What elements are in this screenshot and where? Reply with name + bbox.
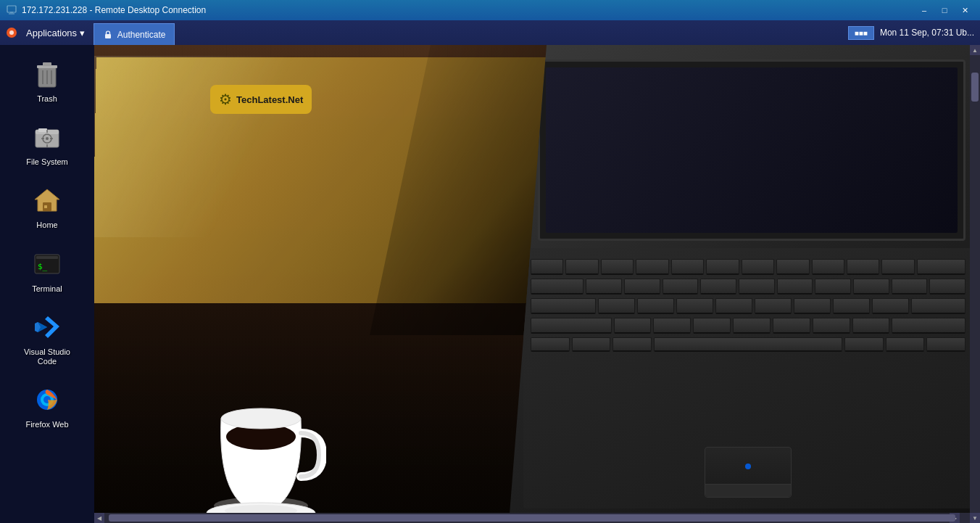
keyboard-row-space [531,337,966,352]
vscode-icon-desktop[interactable]: Visual Studio Code [11,305,83,371]
filesystem-icon-desktop[interactable]: File System [11,115,83,171]
svg-text:$_: $_ [38,262,48,271]
lock-icon [103,30,113,40]
maximize-button[interactable]: □ [935,3,954,17]
scroll-thumb[interactable] [971,73,979,102]
scroll-track [970,55,980,513]
terminal-label: Terminal [32,284,62,294]
minimize-button[interactable]: – [915,3,934,17]
trash-icon-img [30,57,65,91]
svg-rect-8 [43,62,51,66]
sidebar: Trash File System [0,45,94,523]
home-label: Home [36,221,57,230]
rdp-icon [6,4,17,16]
svg-point-16 [46,137,49,140]
firefox-icon-img [30,382,65,417]
title-bar-controls: – □ ✕ [915,3,974,17]
touchpad [705,447,792,498]
taskbar-right: ■■■ Mon 11 Sep, 07:31 Ub... [848,26,974,40]
home-icon-desktop[interactable]: Home [11,178,83,234]
keyboard-rows [523,248,973,363]
title-bar-left: 172.172.231.228 - Remote Desktop Connect… [6,4,206,16]
taskbar-small-button[interactable]: ■■■ [848,26,874,40]
svg-rect-5 [105,34,111,38]
techlatest-logo: ⚙ TechLatest.Net [210,85,312,114]
keyboard-row-3 [531,298,966,314]
scroll-left-arrow[interactable]: ◀ [94,513,104,523]
main-area: Trash File System [0,45,980,523]
screen-content [546,67,958,233]
coffee-cup-area [196,361,326,523]
gear-icon: ⚙ [219,91,232,108]
applications-menu-button[interactable]: Applications ▾ [20,25,91,41]
svg-rect-25 [36,256,58,259]
scroll-down-arrow[interactable]: ▼ [970,513,980,523]
keyboard-area [523,248,973,508]
keyboard-row-4 [531,318,966,334]
authenticate-tab[interactable]: Authenticate [94,23,175,45]
wallpaper: ⚙ TechLatest.Net [94,45,980,523]
scrollbar-bottom[interactable]: ◀ ▶ [94,513,970,523]
home-icon-img [30,183,65,218]
title-bar: 172.172.231.228 - Remote Desktop Connect… [0,0,980,20]
close-button[interactable]: ✕ [955,3,974,17]
terminal-icon-desktop[interactable]: $_ Terminal [11,242,83,298]
laptop-body [509,45,980,523]
vscode-label: Visual Studio Code [15,347,79,366]
laptop-screen [538,59,966,241]
terminal-icon-img: $_ [30,247,65,281]
logo-text: TechLatest.Net [236,94,303,105]
firefox-label: Firefox Web [25,420,68,429]
svg-point-4 [9,30,14,35]
scrollbar-right[interactable]: ▲ ▼ [970,45,980,523]
keyboard-row-1 [531,259,966,275]
authenticate-tab-label: Authenticate [117,30,166,40]
trash-icon-desktop[interactable]: Trash [11,52,83,108]
svg-rect-14 [38,128,47,132]
trash-label: Trash [37,94,57,104]
firefox-icon-desktop[interactable]: Firefox Web [11,378,83,434]
paper-reflection [94,56,348,237]
vscode-icon-img [30,310,65,345]
trackpoint [745,464,751,469]
desktop-background: ⚙ TechLatest.Net [94,45,980,523]
svg-rect-23 [44,205,47,208]
horizontal-scroll-thumb[interactable] [109,514,955,522]
svg-point-35 [221,408,301,429]
datetime-display: Mon 11 Sep, 07:31 Ub... [880,28,974,38]
svg-rect-0 [7,6,16,12]
scroll-up-arrow[interactable]: ▲ [970,45,980,55]
filesystem-icon-img [30,120,65,155]
taskbar-left: Applications ▾ Authenticate [6,20,175,45]
filesystem-label: File System [26,157,67,167]
keyboard-row-2 [531,279,966,295]
ubuntu-icon [6,27,17,38]
window-title: 172.172.231.228 - Remote Desktop Connect… [22,5,206,15]
taskbar: Applications ▾ Authenticate ■■■ Mon 11 S… [0,20,980,45]
coffee-cup-svg [196,361,326,520]
